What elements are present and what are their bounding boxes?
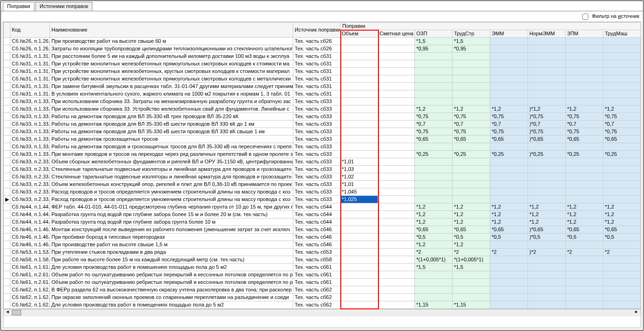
- cell-ozp[interactable]: [415, 158, 453, 165]
- cell-code[interactable]: Сб.№31, п.1.31.: [10, 90, 50, 97]
- cell-vol[interactable]: [340, 60, 378, 67]
- cell-vol[interactable]: [340, 45, 378, 52]
- cell-trudmash[interactable]: *0,25: [603, 150, 641, 158]
- cell-name[interactable]: Разработка грунта под водой при глубине …: [50, 218, 293, 226]
- cell-ozp[interactable]: *1,2: [415, 210, 453, 218]
- scroll-left-arrow[interactable]: ◄: [4, 309, 11, 316]
- cell-smet[interactable]: [378, 90, 415, 97]
- cell-indicator[interactable]: [4, 128, 10, 135]
- cell-src[interactable]: Тех. часть сб46: [293, 241, 340, 248]
- cell-zpm[interactable]: *0,7: [566, 120, 603, 128]
- cell-ozp[interactable]: [415, 82, 453, 90]
- cell-smet[interactable]: [378, 165, 415, 173]
- cell-indicator[interactable]: [4, 113, 10, 120]
- cell-normemm[interactable]: [528, 97, 566, 105]
- cell-emm[interactable]: [490, 301, 528, 308]
- table-row[interactable]: Сб.№33, п.1.33.Работы на демонтаж провод…: [4, 113, 641, 120]
- cell-indicator[interactable]: [4, 135, 10, 143]
- cell-indicator[interactable]: [4, 203, 10, 210]
- cell-name[interactable]: При замене битумной эмульсии в расценках…: [50, 82, 293, 90]
- cell-smet[interactable]: [378, 188, 415, 195]
- cell-code[interactable]: Сб.№31, п.1.31.: [10, 67, 50, 75]
- cell-vol[interactable]: [340, 135, 378, 143]
- cell-ozp[interactable]: *0,5: [415, 233, 453, 241]
- cell-normemm[interactable]: *1,2: [528, 218, 566, 226]
- table-row[interactable]: Сб.№53, п.1.53.При утеплении стыков прок…: [4, 248, 641, 256]
- cell-name[interactable]: При расстоянии более 5 км на каждый допо…: [50, 52, 293, 60]
- cell-trudstr[interactable]: [453, 67, 490, 75]
- cell-name[interactable]: При устройстве монолитных железобетонных…: [50, 75, 293, 82]
- cell-vol[interactable]: [340, 210, 378, 218]
- cell-ozp[interactable]: *0,65: [415, 226, 453, 233]
- cell-trudmash[interactable]: [603, 293, 641, 301]
- cell-code[interactable]: Сб.№33, п.1.33.: [10, 120, 50, 128]
- cell-smet[interactable]: [378, 135, 415, 143]
- cell-trudmash[interactable]: *0,65: [603, 226, 641, 233]
- table-row[interactable]: Сб.№58, п.1.58.При работе на высоте боле…: [4, 256, 641, 263]
- cell-zpm[interactable]: [566, 158, 603, 165]
- cell-ozp[interactable]: *0,7: [415, 120, 453, 128]
- cell-zpm[interactable]: [566, 271, 603, 278]
- cell-zpm[interactable]: [566, 301, 603, 308]
- cell-indicator[interactable]: ▶: [4, 195, 10, 203]
- cell-emm[interactable]: [490, 271, 528, 278]
- cell-name[interactable]: Затраты по изоляции трубопроводов цилинд…: [50, 45, 293, 52]
- table-row[interactable]: Сб.№61, п.2.61.Объем работ по оштукатури…: [4, 278, 641, 286]
- cell-emm[interactable]: *0,75: [490, 128, 528, 135]
- cell-normemm[interactable]: [528, 37, 566, 45]
- table-row[interactable]: Сб.№26, п.1.26.При производстве работ на…: [4, 37, 641, 45]
- table-row[interactable]: Сб.№61, п.1.61.Для условия производства …: [4, 263, 641, 271]
- cell-src[interactable]: Тех. часть сб33: [293, 165, 340, 173]
- cell-normemm[interactable]: [528, 293, 566, 301]
- cell-vol[interactable]: *1,02: [340, 173, 378, 180]
- cell-src[interactable]: Тех. часть сб46: [293, 233, 340, 241]
- cell-zpm[interactable]: [566, 173, 603, 180]
- cell-vol[interactable]: [340, 90, 378, 97]
- cell-trudstr[interactable]: [453, 180, 490, 188]
- cell-normemm[interactable]: [528, 165, 566, 173]
- cell-trudmash[interactable]: *0,75: [603, 113, 641, 120]
- cell-normemm[interactable]: [528, 241, 566, 248]
- cell-src[interactable]: Тех. часть сб46: [293, 226, 340, 233]
- cell-smet[interactable]: [378, 278, 415, 286]
- cell-emm[interactable]: [490, 286, 528, 293]
- cell-src[interactable]: Тех. часть сб26: [293, 45, 340, 52]
- cell-indicator[interactable]: [4, 75, 10, 82]
- horizontal-scrollbar[interactable]: ◄ ►: [3, 309, 641, 316]
- cell-src[interactable]: Тех. часть сб31: [293, 75, 340, 82]
- cell-trudstr[interactable]: [453, 97, 490, 105]
- cell-src[interactable]: Тех. часть сб26: [293, 37, 340, 45]
- cell-trudmash[interactable]: [603, 75, 641, 82]
- table-row[interactable]: Сб.№31, п.1.31.При устройстве монолитных…: [4, 67, 641, 75]
- cell-code[interactable]: Сб.№33, п.1.33.: [10, 97, 50, 105]
- table-row[interactable]: Сб.№33, п.1.33.При использовании сборник…: [4, 105, 641, 113]
- cell-trudmash[interactable]: [603, 67, 641, 75]
- cell-normemm[interactable]: [528, 188, 566, 195]
- cell-smet[interactable]: [378, 256, 415, 263]
- table-row[interactable]: Сб.№44, п.1.44.Разработка грунта под вод…: [4, 210, 641, 218]
- grid-table[interactable]: Код Наименование Источник поправки Попра…: [3, 22, 641, 309]
- cell-name[interactable]: Работы на демонтаж проводов для ВЛ 35-33…: [50, 120, 293, 128]
- cell-normemm[interactable]: )*0,75: [528, 113, 566, 120]
- header-code[interactable]: Код: [10, 22, 50, 37]
- cell-src[interactable]: Тех. часть сб62: [293, 286, 340, 293]
- cell-indicator[interactable]: [4, 263, 10, 271]
- cell-ozp[interactable]: [415, 180, 453, 188]
- filter-checkbox[interactable]: [582, 14, 588, 20]
- cell-smet[interactable]: [378, 173, 415, 180]
- cell-vol[interactable]: [340, 241, 378, 248]
- cell-normemm[interactable]: [528, 263, 566, 271]
- cell-trudstr[interactable]: [453, 82, 490, 90]
- cell-trudmash[interactable]: [603, 45, 641, 52]
- cell-indicator[interactable]: [4, 60, 10, 67]
- cell-trudstr[interactable]: [453, 271, 490, 278]
- cell-indicator[interactable]: [4, 278, 10, 286]
- cell-emm[interactable]: *0,7: [490, 120, 528, 128]
- cell-zpm[interactable]: [566, 75, 603, 82]
- cell-trudmash[interactable]: [603, 143, 641, 150]
- table-row[interactable]: Сб.№26, п.1.26.Затраты по изоляции трубо…: [4, 45, 641, 52]
- cell-ozp[interactable]: *0,75: [415, 113, 453, 120]
- cell-emm[interactable]: [490, 188, 528, 195]
- cell-trudmash[interactable]: *0,75: [603, 128, 641, 135]
- cell-ozp[interactable]: *1,2: [415, 218, 453, 226]
